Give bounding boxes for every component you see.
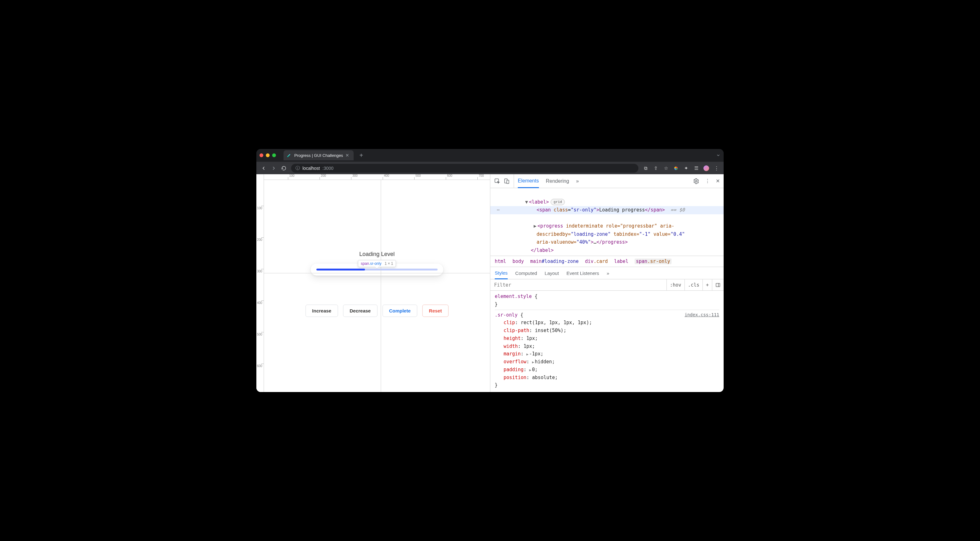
crumb-span[interactable]: span.sr-only bbox=[635, 258, 671, 264]
hov-toggle[interactable]: :hov bbox=[667, 279, 684, 290]
css-declaration[interactable]: overflow: ▶hidden; bbox=[495, 358, 719, 366]
crumb-label[interactable]: label bbox=[614, 258, 628, 264]
back-icon[interactable] bbox=[261, 165, 266, 171]
css-declaration[interactable]: margin: ▶-1px; bbox=[495, 350, 719, 358]
breadcrumb-trail: html body main#loading-zone div.card lab… bbox=[490, 256, 724, 267]
url-port: :3000 bbox=[322, 166, 333, 171]
dom-progress-attrs1: indeterminate role="progressbar" aria- bbox=[566, 223, 675, 229]
reading-list-icon[interactable]: ☰ bbox=[693, 165, 699, 171]
dom-span-close: </span> bbox=[645, 207, 665, 213]
dom-describedby: describedby= bbox=[536, 231, 571, 237]
dom-progress-open: <progress bbox=[537, 223, 563, 229]
dom-tabindex: tabindex= bbox=[611, 231, 639, 237]
dom-label-close: </label> bbox=[531, 247, 554, 253]
minimize-window-icon[interactable] bbox=[266, 153, 270, 157]
grid-badge[interactable]: grid bbox=[550, 199, 565, 205]
device-toolbar-icon[interactable] bbox=[504, 178, 510, 185]
sidebar-toggle-icon[interactable] bbox=[712, 279, 724, 290]
crumb-div[interactable]: div.card bbox=[585, 258, 608, 264]
subtabs-overflow-icon[interactable]: » bbox=[607, 267, 609, 279]
maximize-window-icon[interactable] bbox=[272, 153, 276, 157]
decrease-button[interactable]: Decrease bbox=[343, 305, 377, 317]
progress-fill bbox=[317, 269, 365, 270]
settings-icon[interactable] bbox=[693, 178, 699, 185]
dom-span-open: <span bbox=[536, 207, 550, 213]
button-row: Increase Decrease Complete Reset bbox=[305, 305, 449, 317]
open-external-icon[interactable]: ⧉ bbox=[643, 165, 649, 171]
progress-track bbox=[317, 269, 438, 270]
crumb-main[interactable]: main#loading-zone bbox=[530, 258, 579, 264]
styles-filter-input[interactable] bbox=[490, 282, 667, 288]
subtab-event-listeners[interactable]: Event Listeners bbox=[566, 267, 599, 279]
complete-button[interactable]: Complete bbox=[382, 305, 417, 317]
share-icon[interactable]: ⇧ bbox=[653, 165, 659, 171]
tab-rendering[interactable]: Rendering bbox=[546, 174, 569, 188]
crumb-body[interactable]: body bbox=[512, 258, 524, 264]
rule-source-link[interactable]: index.css:111 bbox=[684, 311, 719, 318]
increase-button[interactable]: Increase bbox=[305, 305, 338, 317]
page-viewport: Loading Level span.sr-only 1 × 1 Increas… bbox=[264, 180, 490, 392]
new-rule-button[interactable]: + bbox=[703, 279, 712, 290]
subtab-styles[interactable]: Styles bbox=[495, 267, 508, 279]
horizontal-ruler: 100200300400500600700 bbox=[256, 174, 490, 180]
svg-point-5 bbox=[695, 180, 697, 182]
css-declaration[interactable]: width: 1px; bbox=[495, 342, 719, 350]
tooltip-tag: span bbox=[361, 261, 369, 266]
dots-icon: ⋯ bbox=[494, 206, 502, 214]
reload-icon[interactable] bbox=[281, 165, 287, 171]
extension-colorwheel-icon[interactable] bbox=[673, 165, 679, 171]
browser-window: 🧪 Progress | GUI Challenges ✕ + ⓘ localh… bbox=[256, 149, 724, 392]
tabs-overflow-icon[interactable] bbox=[716, 153, 721, 158]
svg-text:🧪: 🧪 bbox=[287, 154, 291, 158]
forward-icon[interactable] bbox=[271, 165, 277, 171]
dom-close-angle: > bbox=[591, 239, 593, 245]
new-tab-button[interactable]: + bbox=[359, 152, 363, 158]
styles-pane[interactable]: element.style { } index.css:111 .sr-only… bbox=[490, 291, 724, 392]
subtab-layout[interactable]: Layout bbox=[545, 267, 559, 279]
omnibox[interactable]: ⓘ localhost:3000 bbox=[291, 164, 638, 173]
kebab-menu-icon[interactable]: ⋮ bbox=[705, 178, 710, 184]
inspect-element-icon[interactable] bbox=[494, 178, 500, 185]
css-declaration[interactable]: clip: rect(1px, 1px, 1px, 1px); bbox=[495, 319, 719, 327]
tabs-overflow-icon[interactable]: » bbox=[576, 174, 579, 188]
tab-title: Progress | GUI Challenges bbox=[294, 153, 343, 158]
menu-icon[interactable]: ⋮ bbox=[714, 165, 719, 171]
reset-button[interactable]: Reset bbox=[422, 305, 449, 317]
extensions-icon[interactable]: ✦ bbox=[683, 165, 689, 171]
loading-heading: Loading Level bbox=[264, 251, 490, 258]
sr-only-rule: index.css:111 .sr-only { clip: rect(1px,… bbox=[495, 310, 719, 390]
dom-eq0: == $0 bbox=[671, 207, 685, 213]
css-declaration[interactable]: clip-path: inset(50%); bbox=[495, 327, 719, 334]
url-host: localhost bbox=[302, 166, 320, 171]
dom-progress-close: </progress> bbox=[597, 239, 628, 245]
dom-span-text: Loading progress bbox=[599, 207, 645, 213]
close-devtools-icon[interactable]: ✕ bbox=[716, 178, 720, 184]
vertical-guide bbox=[381, 180, 381, 392]
dom-valuenow-val: "40%" bbox=[576, 239, 591, 245]
close-tab-icon[interactable]: ✕ bbox=[345, 153, 349, 158]
element-style-rule: element.style { } bbox=[495, 293, 719, 309]
dom-tree[interactable]: ▼<label>grid ⋯ <span class="sr-only">Loa… bbox=[490, 188, 724, 256]
tab-elements[interactable]: Elements bbox=[518, 175, 539, 188]
subtab-computed[interactable]: Computed bbox=[515, 267, 537, 279]
crumb-html[interactable]: html bbox=[495, 258, 506, 264]
window-controls bbox=[259, 153, 276, 157]
css-declaration[interactable]: position: absolute; bbox=[495, 374, 719, 382]
dom-tabindex-val: "-1" bbox=[640, 231, 651, 237]
bookmark-icon[interactable]: ☆ bbox=[663, 165, 669, 171]
svg-rect-4 bbox=[507, 180, 509, 183]
svg-rect-6 bbox=[716, 283, 720, 286]
styles-filter-bar: :hov .cls + bbox=[490, 279, 724, 291]
browser-tab[interactable]: 🧪 Progress | GUI Challenges ✕ bbox=[283, 150, 353, 160]
cls-toggle[interactable]: .cls bbox=[684, 279, 703, 290]
profile-avatar[interactable] bbox=[703, 165, 709, 171]
dom-ellipsis: … bbox=[593, 239, 597, 245]
dom-label-open: <label> bbox=[529, 199, 549, 205]
dom-val-sronly: "sr-only" bbox=[571, 207, 597, 213]
site-info-icon[interactable]: ⓘ bbox=[296, 165, 300, 171]
dom-value-val: "0.4" bbox=[671, 231, 685, 237]
close-window-icon[interactable] bbox=[259, 153, 263, 157]
css-declaration[interactable]: padding: ▶0; bbox=[495, 366, 719, 374]
vertical-ruler: 100200300400500600 bbox=[256, 174, 264, 392]
css-declaration[interactable]: height: 1px; bbox=[495, 334, 719, 342]
